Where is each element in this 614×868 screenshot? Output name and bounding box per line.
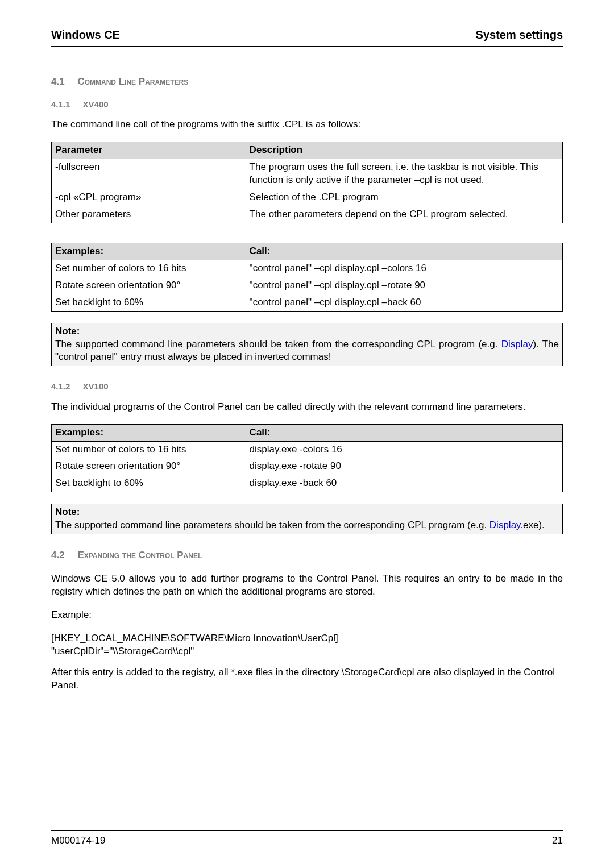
note-text-pre: The supported command line parameters sh… (55, 520, 489, 530)
call-cell: "control panel" –cpl display.cpl –rotate… (246, 277, 562, 294)
section-4-1-heading: 4.1 Command Line Parameters (51, 76, 563, 89)
call-cell: display.exe -back 60 (246, 475, 562, 492)
param-cell: -fullscreen (52, 159, 246, 189)
desc-cell: Selection of the .CPL program (246, 189, 562, 206)
section-number: 4.2 (51, 550, 65, 560)
subsection-title: XV400 (83, 99, 109, 109)
param-cell: Other parameters (52, 206, 246, 223)
subsection-title: XV100 (83, 381, 109, 391)
code-line-1: [HKEY_LOCAL_MACHINE\SOFTWARE\Micro Innov… (51, 633, 338, 643)
table-row: -cpl «CPL program» Selection of the .CPL… (52, 189, 563, 206)
intro-412: The individual programs of the Control P… (51, 401, 563, 414)
table-header: Parameter (52, 142, 246, 159)
table-row: -fullscreen The program uses the full sc… (52, 159, 563, 189)
example-cell: Rotate screen orientation 90° (52, 277, 246, 294)
sec42-p1: Windows CE 5.0 allows you to add further… (51, 572, 563, 599)
header-left: Windows CE (51, 27, 120, 43)
section-4-1-1-heading: 4.1.1 XV400 (51, 99, 563, 110)
table-header-row: Parameter Description (52, 142, 563, 159)
example-cell: Set number of colors to 16 bits (52, 260, 246, 277)
table-header-row: Examples: Call: (52, 424, 563, 441)
call-cell: display.exe -rotate 90 (246, 458, 562, 475)
example-cell: Set number of colors to 16 bits (52, 441, 246, 458)
section-4-1-2-heading: 4.1.2 XV100 (51, 381, 563, 392)
sec42-p2: After this entry is added to the registr… (51, 666, 563, 692)
section-title: Expanding the Control Panel (77, 550, 202, 560)
section-number: 4.1 (51, 76, 65, 87)
note-box-2: Note: The supported command line paramet… (51, 504, 563, 534)
examples-table-xv100: Examples: Call: Set number of colors to … (51, 424, 563, 493)
table-header: Call: (246, 243, 562, 260)
table-row: Rotate screen orientation 90° "control p… (52, 277, 563, 294)
section-4-2-heading: 4.2 Expanding the Control Panel (51, 549, 563, 562)
example-label: Example: (51, 609, 563, 622)
note-label: Note: (55, 506, 80, 517)
table-row: Set number of colors to 16 bits display.… (52, 441, 563, 458)
code-line-2: "userCplDir"="\\StorageCard\\cpl" (51, 646, 194, 657)
subsection-number: 4.1.1 (51, 99, 70, 109)
examples-table-xv400: Examples: Call: Set number of colors to … (51, 243, 563, 312)
note-text-post: exe). (523, 520, 545, 530)
note-box-1: Note: The supported command line paramet… (51, 323, 563, 367)
table-header: Call: (246, 424, 562, 441)
table-row: Set backlight to 60% display.exe -back 6… (52, 475, 563, 492)
page-header: Windows CE System settings (51, 27, 563, 47)
call-cell: "control panel" –cpl display.cpl –colors… (246, 260, 562, 277)
table-header: Description (246, 142, 562, 159)
section-title: Command Line Parameters (77, 76, 188, 87)
table-row: Set number of colors to 16 bits "control… (52, 260, 563, 277)
intro-411: The command line call of the programs wi… (51, 118, 563, 131)
desc-cell: The other parameters depend on the CPL p… (246, 206, 562, 223)
page-footer: M000174-19 21 (51, 830, 563, 848)
param-cell: -cpl «CPL program» (52, 189, 246, 206)
table-header-row: Examples: Call: (52, 243, 563, 260)
note-label: Note: (55, 326, 80, 337)
note-text-pre: The supported command line parameters sh… (55, 339, 501, 350)
table-row: Rotate screen orientation 90° display.ex… (52, 458, 563, 475)
parameter-table: Parameter Description -fullscreen The pr… (51, 142, 563, 223)
table-header: Examples: (52, 424, 246, 441)
desc-cell: The program uses the full screen, i.e. t… (246, 159, 562, 189)
example-cell: Set backlight to 60% (52, 475, 246, 492)
example-cell: Set backlight to 60% (52, 294, 246, 311)
footer-page-number: 21 (552, 834, 563, 848)
call-cell: "control panel" –cpl display.cpl –back 6… (246, 294, 562, 311)
registry-code: [HKEY_LOCAL_MACHINE\SOFTWARE\Micro Innov… (51, 632, 563, 658)
footer-doc-id: M000174-19 (51, 834, 105, 848)
display-link[interactable]: Display (501, 339, 533, 350)
table-header: Examples: (52, 243, 246, 260)
table-row: Other parameters The other parameters de… (52, 206, 563, 223)
display-link[interactable]: Display. (489, 520, 523, 530)
call-cell: display.exe -colors 16 (246, 441, 562, 458)
header-right: System settings (476, 27, 563, 43)
subsection-number: 4.1.2 (51, 381, 70, 391)
table-row: Set backlight to 60% "control panel" –cp… (52, 294, 563, 311)
example-cell: Rotate screen orientation 90° (52, 458, 246, 475)
